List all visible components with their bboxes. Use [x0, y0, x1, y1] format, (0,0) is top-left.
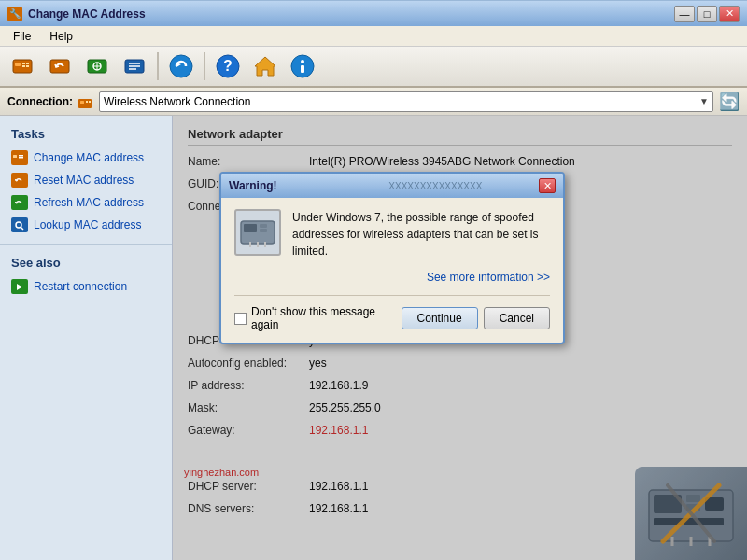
lookup-mac-icon [11, 217, 28, 232]
sidebar-item-restart-connection[interactable]: Restart connection [0, 275, 172, 298]
svg-rect-28 [13, 155, 17, 158]
sidebar-separator [0, 244, 172, 245]
svg-rect-31 [21, 155, 23, 157]
window-controls: — □ ✕ [674, 6, 740, 22]
content-panel: Network adapter Name: Intel(R) PRO/Wirel… [173, 116, 747, 560]
sidebar-item-change-mac[interactable]: Change MAC address [0, 147, 172, 169]
svg-rect-52 [244, 224, 257, 232]
tasks-section-title: Tasks [0, 123, 172, 147]
svg-rect-2 [22, 63, 25, 64]
sidebar-item-reset-mac[interactable]: Reset MAC address [0, 169, 172, 191]
minimize-button[interactable]: — [674, 6, 695, 22]
dont-show-checkbox[interactable] [234, 313, 247, 325]
svg-rect-1 [15, 63, 21, 66]
info-toolbar-btn[interactable] [286, 50, 319, 82]
window-title: Change MAC Address [28, 7, 669, 21]
svg-rect-29 [19, 155, 21, 157]
sidebar: Tasks Change MAC address Reset MAC addre… [0, 116, 173, 560]
refresh-toolbar-btn[interactable] [164, 50, 198, 82]
svg-rect-5 [26, 65, 29, 67]
app-icon: 🔧 [7, 7, 22, 21]
menu-help[interactable]: Help [42, 28, 80, 45]
dropdown-arrow-icon: ▼ [699, 96, 709, 106]
svg-text:?: ? [223, 58, 233, 74]
svg-rect-54 [260, 229, 267, 232]
toolbar-separator-2 [204, 52, 205, 80]
dialog-title-bar: Warning! XXXXXXXXXXXXXXX ✕ [221, 174, 563, 198]
svg-rect-53 [260, 224, 267, 228]
reset-mac-icon [11, 173, 28, 188]
dialog-content-area: Under Windows 7, the possible range of s… [234, 209, 550, 259]
svg-rect-33 [12, 175, 25, 185]
connection-icon [78, 95, 93, 108]
svg-point-21 [301, 60, 304, 63]
connection-bar: Connection: Wireless Network Connection … [0, 88, 747, 116]
svg-rect-23 [78, 99, 92, 108]
svg-rect-22 [301, 65, 304, 73]
warning-dialog: Warning! XXXXXXXXXXXXXXX ✕ [219, 172, 565, 344]
main-area: Tasks Change MAC address Reset MAC addre… [0, 116, 747, 560]
svg-rect-25 [86, 101, 88, 103]
dialog-body: Under Windows 7, the possible range of s… [221, 198, 563, 343]
list-toolbar-btn[interactable] [118, 50, 151, 82]
see-also-section-title: See also [0, 252, 172, 275]
connection-select[interactable]: Wireless Network Connection ▼ [99, 91, 713, 112]
svg-rect-4 [26, 63, 29, 64]
close-button[interactable]: ✕ [719, 6, 740, 22]
restart-connection-icon [11, 279, 28, 294]
dialog-subtitle: XXXXXXXXXXXXXXX [332, 181, 539, 191]
menu-file[interactable]: File [6, 28, 38, 45]
connection-refresh-icon[interactable]: 🔄 [719, 91, 740, 112]
svg-rect-24 [80, 101, 84, 104]
toolbar: ? [0, 47, 747, 88]
svg-rect-34 [12, 198, 25, 207]
dialog-network-icon [234, 209, 281, 256]
network-toolbar-btn[interactable] [80, 50, 114, 82]
svg-marker-19 [255, 57, 275, 76]
change-mac-toolbar-btn[interactable] [6, 50, 39, 82]
refresh-mac-icon [11, 195, 28, 210]
menu-bar: File Help [0, 26, 747, 47]
dont-show-label: Don't show this message again [251, 305, 396, 331]
home-toolbar-btn[interactable] [248, 50, 282, 82]
title-bar: 🔧 Change MAC Address — □ ✕ [0, 0, 747, 26]
change-mac-label: Change MAC address [34, 151, 144, 164]
refresh-mac-label: Refresh MAC address [34, 196, 144, 209]
svg-rect-30 [19, 157, 21, 159]
sidebar-item-lookup-mac[interactable]: Lookup MAC address [0, 214, 172, 236]
svg-rect-32 [21, 157, 23, 159]
connection-label: Connection: [7, 95, 73, 108]
connection-selected-value: Wireless Network Connection [104, 95, 699, 108]
cancel-button[interactable]: Cancel [484, 307, 550, 329]
svg-point-15 [170, 55, 192, 77]
reset-mac-label: Reset MAC address [34, 174, 134, 187]
svg-rect-3 [22, 65, 25, 67]
lookup-mac-label: Lookup MAC address [34, 218, 141, 231]
svg-rect-6 [50, 60, 69, 73]
see-more-link[interactable]: See more information >> [234, 271, 550, 284]
dialog-footer: Don't show this message again Continue C… [234, 295, 550, 331]
reset-mac-toolbar-btn[interactable] [43, 50, 77, 82]
dialog-close-button[interactable]: ✕ [539, 178, 556, 193]
svg-rect-26 [89, 101, 91, 103]
help-toolbar-btn[interactable]: ? [211, 50, 245, 82]
maximize-button[interactable]: □ [697, 6, 717, 22]
dialog-message: Under Windows 7, the possible range of s… [292, 209, 550, 259]
toolbar-separator-1 [157, 52, 159, 80]
dialog-title-text: Warning! [229, 179, 332, 192]
restart-connection-label: Restart connection [34, 280, 127, 293]
sidebar-item-refresh-mac[interactable]: Refresh MAC address [0, 191, 172, 214]
change-mac-icon [11, 150, 28, 165]
dont-show-checkbox-area: Don't show this message again [234, 305, 396, 331]
continue-button[interactable]: Continue [402, 307, 478, 329]
